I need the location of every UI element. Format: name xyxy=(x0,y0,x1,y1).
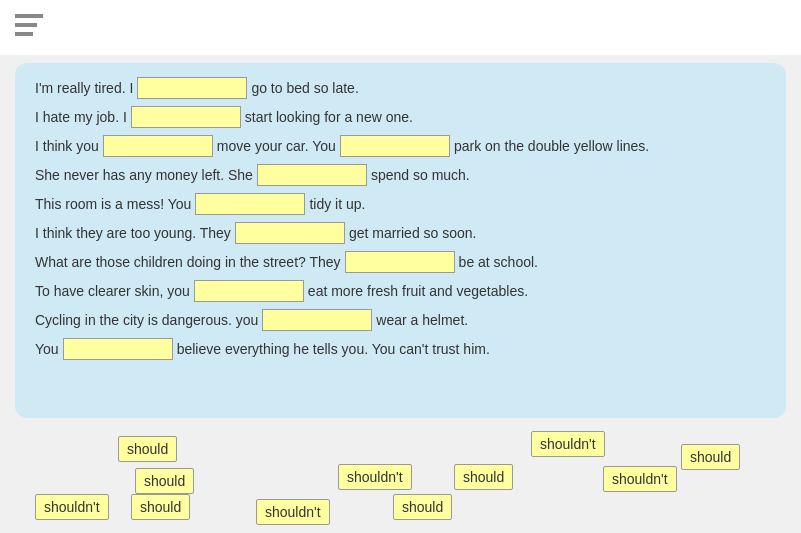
sentence-text: get married so soon. xyxy=(349,225,477,241)
sentence-text: I'm really tired. I xyxy=(35,80,133,96)
sentence-text: tidy it up. xyxy=(309,196,365,212)
sentence-6: I think they are too young. Theyget marr… xyxy=(35,222,766,244)
sentence-text: To have clearer skin, you xyxy=(35,283,190,299)
header xyxy=(0,0,801,55)
drag-token-t8[interactable]: shouldn't xyxy=(35,494,109,520)
sentence-text: You xyxy=(35,341,59,357)
blank-4-1[interactable] xyxy=(257,164,367,186)
sentence-3: I think youmove your car. Youpark on the… xyxy=(35,135,766,157)
blank-3-3[interactable] xyxy=(340,135,450,157)
blank-2-1[interactable] xyxy=(131,106,241,128)
sentence-1: I'm really tired. Igo to bed so late. xyxy=(35,77,766,99)
sentence-10: Youbelieve everything he tells you. You … xyxy=(35,338,766,360)
blank-10-1[interactable] xyxy=(63,338,173,360)
sentence-text: What are those children doing in the str… xyxy=(35,254,341,270)
menu-icon xyxy=(15,12,45,44)
blank-7-1[interactable] xyxy=(345,251,455,273)
svg-rect-1 xyxy=(15,23,37,27)
sentence-text: I think they are too young. They xyxy=(35,225,231,241)
drag-token-t4[interactable]: shouldn't xyxy=(531,431,605,457)
sentence-text: be at school. xyxy=(459,254,538,270)
drag-token-t10[interactable]: shouldn't xyxy=(256,499,330,525)
sentence-text: Cycling in the city is dangerous. you xyxy=(35,312,258,328)
sentence-text: She never has any money left. She xyxy=(35,167,253,183)
sentence-text: I hate my job. I xyxy=(35,109,127,125)
svg-rect-2 xyxy=(15,32,33,36)
blank-3-1[interactable] xyxy=(103,135,213,157)
sentence-4: She never has any money left. Shespend s… xyxy=(35,164,766,186)
drag-token-t9[interactable]: should xyxy=(131,494,190,520)
sentence-7: What are those children doing in the str… xyxy=(35,251,766,273)
sentence-5: This room is a mess! Youtidy it up. xyxy=(35,193,766,215)
sentence-2: I hate my job. Istart looking for a new … xyxy=(35,106,766,128)
drag-token-t5[interactable]: should xyxy=(454,464,513,490)
sentence-text: believe everything he tells you. You can… xyxy=(177,341,490,357)
sentence-8: To have clearer skin, youeat more fresh … xyxy=(35,280,766,302)
sentence-9: Cycling in the city is dangerous. youwea… xyxy=(35,309,766,331)
blank-5-1[interactable] xyxy=(195,193,305,215)
blank-6-1[interactable] xyxy=(235,222,345,244)
sentence-text: start looking for a new one. xyxy=(245,109,413,125)
sentence-text: wear a helmet. xyxy=(376,312,468,328)
sentence-text: spend so much. xyxy=(371,167,470,183)
sentence-text: park on the double yellow lines. xyxy=(454,138,649,154)
sentence-text: eat more fresh fruit and vegetables. xyxy=(308,283,528,299)
blank-8-1[interactable] xyxy=(194,280,304,302)
exercise-card: I'm really tired. Igo to bed so late.I h… xyxy=(15,63,786,418)
drag-token-t11[interactable]: should xyxy=(393,494,452,520)
drag-token-t1[interactable]: should xyxy=(118,436,177,462)
blank-1-1[interactable] xyxy=(137,77,247,99)
drag-token-t6[interactable]: should xyxy=(681,444,740,470)
drag-token-t3[interactable]: shouldn't xyxy=(338,464,412,490)
sentence-text: go to bed so late. xyxy=(251,80,358,96)
sentence-text: This room is a mess! You xyxy=(35,196,191,212)
sentence-text: move your car. You xyxy=(217,138,336,154)
drag-token-t2[interactable]: should xyxy=(135,468,194,494)
svg-rect-0 xyxy=(15,14,43,18)
blank-9-1[interactable] xyxy=(262,309,372,331)
drag-token-t7[interactable]: shouldn't xyxy=(603,466,677,492)
drag-area: shouldshouldshouldn'tshouldn'tshouldshou… xyxy=(15,426,786,533)
sentence-text: I think you xyxy=(35,138,99,154)
